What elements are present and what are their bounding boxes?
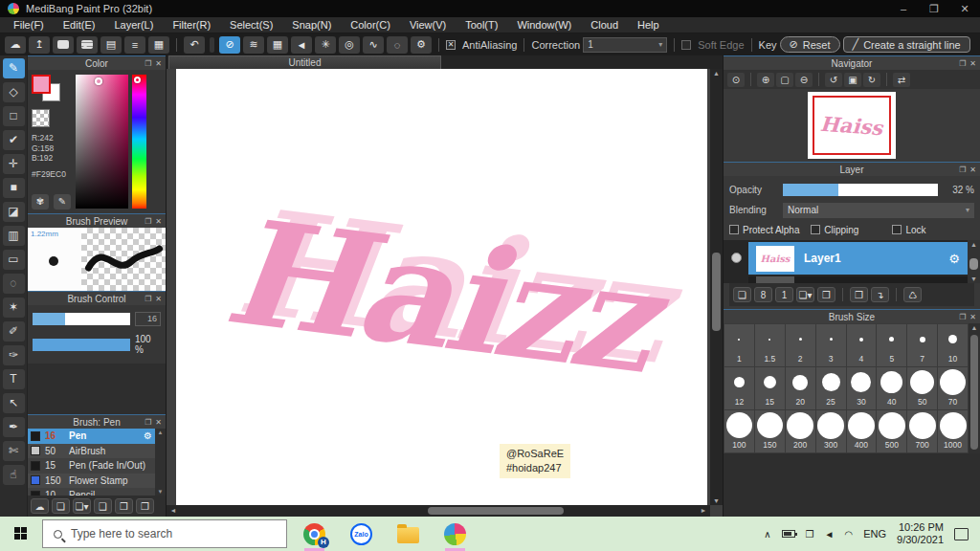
layer-row[interactable]: Haiss Layer1 ⚙ — [748, 242, 968, 275]
close-icon[interactable]: ✕ — [969, 310, 976, 324]
new-1bit-layer-icon[interactable]: 1 — [775, 287, 793, 302]
opacity-slider[interactable] — [783, 184, 938, 196]
popout-icon[interactable]: ❐ — [959, 163, 966, 177]
zoom-out-icon[interactable]: ⊖ — [795, 73, 813, 87]
close-icon[interactable]: ✕ — [969, 163, 976, 177]
snap-concentric-button[interactable]: ◎ — [339, 36, 360, 54]
close-icon[interactable]: ✕ — [969, 56, 976, 71]
gear-icon[interactable]: ⚙ — [144, 430, 152, 441]
vertical-scrollbar[interactable]: ▲ ▼ — [710, 69, 723, 505]
horizontal-scrollbar[interactable]: ◄ ► — [167, 505, 710, 517]
undo-button[interactable]: ↶ — [184, 36, 205, 54]
soft-edge-checkbox[interactable] — [681, 40, 691, 50]
fit-screen-icon[interactable]: ▢ — [776, 73, 793, 87]
foreground-color-swatch[interactable] — [32, 75, 51, 94]
menu-view[interactable]: View(V) — [400, 19, 456, 31]
brush-size-cell[interactable]: 500 — [877, 410, 906, 452]
snap-parallel-button[interactable]: ≋ — [243, 36, 264, 54]
brush-size-cell[interactable]: 100 — [724, 410, 754, 452]
taskbar-explorer[interactable] — [396, 522, 420, 546]
menu-layer[interactable]: Layer(L) — [104, 19, 163, 31]
snap-off-button[interactable]: ⊘ — [219, 36, 240, 54]
brush-size-cell[interactable]: 40 — [877, 367, 906, 409]
menu-window[interactable]: Window(W) — [507, 19, 581, 31]
publish-icon[interactable]: ↥ — [29, 36, 50, 54]
taskbar-chrome[interactable]: H — [302, 522, 326, 546]
brush-size-cell[interactable]: 20 — [786, 367, 815, 409]
brush-settings-icon[interactable]: ❑ — [94, 498, 112, 514]
scroll-up-arrow[interactable]: ▲ — [969, 324, 980, 331]
scroll-right-arrow[interactable]: ► — [698, 507, 709, 514]
language-indicator[interactable]: ENG — [863, 528, 886, 540]
cloud-download-icon[interactable]: ☁ — [31, 498, 49, 514]
move-tool[interactable]: ✛ — [3, 154, 25, 174]
brush-size-cell[interactable]: 7 — [907, 324, 937, 366]
scroll-up-arrow[interactable]: ▲ — [710, 70, 723, 77]
scroll-down-arrow[interactable]: ▼ — [710, 497, 723, 504]
new-brush-menu-icon[interactable]: ❏▾ — [73, 498, 91, 514]
menu-edit[interactable]: Edit(E) — [54, 19, 105, 31]
scroll-down-arrow[interactable]: ▼ — [968, 276, 980, 282]
new-brush-icon[interactable]: ❏ — [52, 498, 70, 514]
brush-size-cell[interactable]: 400 — [847, 410, 877, 452]
brush-size-cell[interactable]: 4 — [847, 324, 877, 366]
fill-tool[interactable]: ■ — [3, 178, 25, 198]
hue-bar[interactable] — [132, 75, 146, 209]
menu-color[interactable]: Color(C) — [341, 19, 400, 31]
create-straight-line-button[interactable]: ╱ Create a straight line — [843, 36, 970, 53]
material-list-icon[interactable]: ≡ — [124, 36, 145, 54]
document-icon[interactable]: ▤ — [100, 36, 122, 54]
gradient-tool[interactable]: ▥ — [3, 226, 25, 246]
zoom-in-icon[interactable]: ⊕ — [757, 73, 774, 87]
brush-size-scroll-thumb[interactable] — [970, 335, 978, 450]
correction-dropdown[interactable]: 1 ▾ — [583, 37, 667, 53]
close-icon[interactable]: ✕ — [155, 292, 162, 306]
brush-size-cell[interactable]: 3 — [816, 324, 846, 366]
brush-list-scrollbar[interactable]: ▲▼ — [155, 429, 166, 496]
taskbar-medibang[interactable] — [443, 522, 467, 546]
lasso-tool[interactable]: ◌ — [3, 274, 25, 294]
brush-item-pen[interactable]: 16 Pen ⚙ — [28, 429, 155, 444]
brush-size-cell[interactable]: 30 — [847, 367, 877, 409]
brush-size-cell[interactable]: 1 — [724, 324, 754, 366]
brush-size-cell[interactable]: 15 — [755, 367, 785, 409]
scroll-left-arrow[interactable]: ◄ — [167, 507, 179, 514]
popout-icon[interactable]: ❐ — [145, 214, 151, 229]
wifi-icon[interactable]: ◠ — [844, 529, 853, 540]
scroll-up-arrow[interactable]: ▲ — [968, 241, 980, 248]
select-pen-tool[interactable]: ✐ — [3, 321, 25, 342]
snap-radial-button[interactable]: ✳ — [315, 36, 336, 54]
divide-tool[interactable]: ✄ — [3, 441, 25, 461]
brush-size-cell[interactable]: 300 — [816, 410, 846, 452]
duplicate-layer-icon[interactable]: ❐ — [850, 287, 868, 302]
cloud-icon[interactable]: ☁ — [5, 36, 26, 54]
layer-visibility-toggle[interactable] — [731, 253, 742, 263]
navigator-preview[interactable]: Haiss — [724, 89, 980, 162]
snap-ellipse-button[interactable]: ◌ — [387, 36, 408, 54]
select-tool[interactable]: ▭ — [3, 250, 25, 270]
grid-settings-icon[interactable]: ▦ — [148, 36, 169, 54]
document-tab[interactable]: Untitled — [168, 55, 441, 69]
close-icon[interactable]: ✕ — [155, 214, 162, 229]
eyedropper-tool[interactable]: ✒ — [3, 417, 25, 437]
clipping-checkbox[interactable] — [811, 225, 820, 234]
popout-icon[interactable]: ❐ — [145, 56, 151, 71]
brush-size-scrollbar[interactable]: ▲ — [969, 323, 980, 453]
hue-cursor[interactable] — [134, 77, 141, 83]
comment-list-icon[interactable] — [77, 36, 98, 54]
brush-folder-icon[interactable]: ❒ — [115, 498, 133, 514]
new-8bit-layer-icon[interactable]: 8 — [754, 287, 772, 302]
menu-filter[interactable]: Filter(R) — [163, 19, 220, 31]
reset-button[interactable]: ⊘ Reset — [780, 36, 840, 53]
color-picker-cursor[interactable] — [95, 77, 102, 85]
figure-brush-tool[interactable]: □ — [3, 106, 25, 126]
clock[interactable]: 10:26 PM 9/30/2021 — [897, 521, 944, 546]
brush-size-cell[interactable]: 200 — [786, 410, 815, 452]
horizontal-scroll-thumb[interactable] — [428, 507, 564, 515]
menu-select[interactable]: Select(S) — [220, 19, 282, 31]
blending-dropdown[interactable]: Normal ▾ — [783, 203, 974, 218]
close-icon[interactable]: ✕ — [155, 415, 162, 430]
delete-layer-icon[interactable]: ♺ — [903, 287, 922, 302]
search-input[interactable]: Type here to search — [42, 519, 287, 548]
history-slider[interactable] — [210, 37, 214, 53]
